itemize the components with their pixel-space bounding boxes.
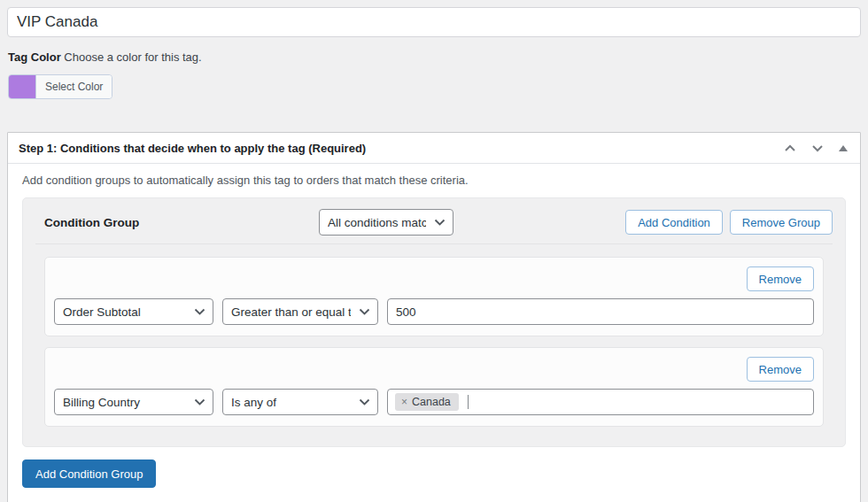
condition-value-input[interactable]	[387, 298, 814, 325]
remove-chip-icon[interactable]: ×	[401, 397, 407, 407]
selected-value-chip: × Canada	[395, 393, 459, 411]
match-mode-select[interactable]: All conditions match	[319, 209, 453, 236]
move-up-button[interactable]	[782, 143, 798, 154]
conditions-description: Add condition groups to automatically as…	[22, 174, 846, 188]
metabox-title: Step 1: Conditions that decide when to a…	[19, 142, 366, 155]
remove-condition-button[interactable]: Remove	[747, 266, 814, 291]
metabox-header[interactable]: Step 1: Conditions that decide when to a…	[8, 133, 860, 164]
move-down-button[interactable]	[810, 143, 825, 154]
remove-group-button[interactable]: Remove Group	[730, 210, 833, 235]
color-swatch	[9, 75, 35, 98]
remove-condition-button[interactable]: Remove	[747, 357, 814, 382]
select-color-button[interactable]: Select Color	[8, 74, 112, 99]
condition-row: Remove Order Subtotal Greater than or eq…	[44, 257, 824, 336]
condition-field-select[interactable]: Billing Country	[54, 389, 213, 415]
triangle-up-icon	[839, 145, 848, 151]
tag-color-description: Choose a color for this tag.	[64, 50, 201, 64]
add-condition-group-button[interactable]: Add Condition Group	[22, 460, 156, 488]
chevron-down-icon	[811, 144, 824, 152]
condition-group-title: Condition Group	[44, 216, 319, 229]
text-cursor	[468, 395, 469, 409]
condition-operator-select[interactable]: Is any of	[222, 389, 378, 415]
condition-group-header: Condition Group All conditions match Add…	[35, 209, 833, 236]
condition-group: Condition Group All conditions match Add…	[22, 197, 846, 447]
tag-color-label: Tag Color	[8, 50, 61, 64]
toggle-panel-button[interactable]	[837, 143, 849, 153]
condition-operator-select[interactable]: Greater than or equal to	[222, 298, 378, 325]
chip-label: Canada	[412, 396, 451, 408]
select-color-label: Select Color	[35, 75, 112, 98]
tag-title-input[interactable]	[7, 7, 861, 37]
group-divider	[35, 243, 833, 244]
conditions-metabox: Step 1: Conditions that decide when to a…	[7, 132, 861, 502]
condition-row: Remove Billing Country Is any of	[44, 347, 824, 427]
add-condition-button[interactable]: Add Condition	[625, 210, 723, 235]
metabox-body: Add condition groups to automatically as…	[8, 174, 860, 502]
condition-multiselect-input[interactable]: × Canada	[387, 389, 814, 415]
condition-field-select[interactable]: Order Subtotal	[54, 298, 213, 325]
tag-color-label-line: Tag Color Choose a color for this tag.	[8, 50, 861, 65]
chevron-up-icon	[784, 144, 796, 152]
